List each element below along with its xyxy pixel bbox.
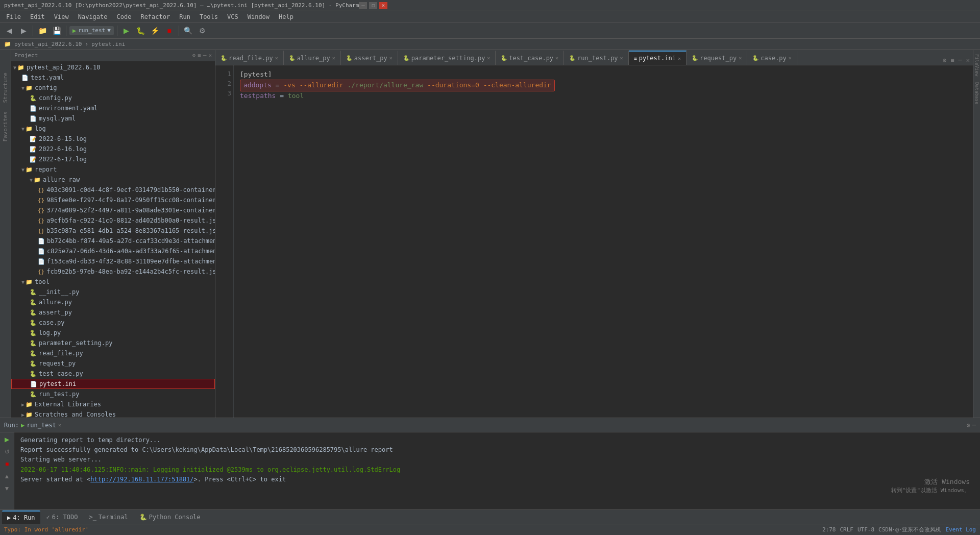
database-label[interactable]: Database — [973, 80, 981, 106]
menu-item-tools[interactable]: Tools — [195, 12, 222, 21]
code-line-2[interactable]: addopts = -vs --alluredir ./report/allur… — [240, 80, 967, 91]
tab-close-0[interactable]: ✕ — [275, 55, 278, 61]
debug-button[interactable]: 🐛 — [135, 25, 147, 37]
tree-item-29[interactable]: 🐍request_py — [11, 358, 215, 369]
tab-close-2[interactable]: ✕ — [389, 55, 393, 61]
tree-item-10[interactable]: ▼📁report — [11, 164, 215, 175]
menu-item-code[interactable]: Code — [113, 12, 136, 21]
editor-tab-6[interactable]: ≡pytest.ini✕ — [629, 51, 687, 65]
tab-action-more[interactable]: ≡ — [949, 56, 955, 65]
tree-item-18[interactable]: 📄c825e7a7-06d6-43d6-a40a-ad3f33a26f65-at… — [11, 246, 215, 256]
tree-item-13[interactable]: {}985fee0e-f297-4cf9-8a17-0950ff15cc08-c… — [11, 195, 215, 205]
menu-item-help[interactable]: Help — [275, 12, 298, 21]
search-button[interactable]: 🔍 — [182, 25, 194, 37]
code-area[interactable]: [pytest] addopts = -vs --alluredir ./rep… — [234, 65, 973, 418]
tree-item-12[interactable]: {}403c3091-c0d4-4c8f-9ecf-031479d1b550-c… — [11, 185, 215, 195]
tree-item-25[interactable]: 🐍case.py — [11, 318, 215, 328]
editor-tab-7[interactable]: 🐍request_py✕ — [687, 51, 747, 65]
tree-item-5[interactable]: 📄mysql.yaml — [11, 113, 215, 124]
tree-item-19[interactable]: 📄f153ca9d-db33-4f32-8c88-31109ee7dfbe-at… — [11, 256, 215, 266]
project-panel-action-2[interactable]: ≡ — [198, 52, 201, 59]
save-button[interactable]: 💾 — [51, 25, 63, 37]
tab-action-settings[interactable]: ⚙ — [942, 56, 947, 65]
run-config[interactable]: ▶ run_test ▼ — [69, 26, 114, 35]
current-file-name[interactable]: pytest.ini — [91, 41, 125, 47]
scroll-up-btn[interactable]: ▲ — [2, 471, 12, 481]
editor-tab-8[interactable]: 🐍case.py✕ — [747, 51, 797, 65]
editor-tab-1[interactable]: 🐍allure_py✕ — [284, 51, 341, 65]
line-ending[interactable]: CRLF — [840, 526, 853, 533]
minimize-button[interactable]: ─ — [359, 2, 367, 9]
editor-tab-0[interactable]: 🐍read_file.py✕ — [215, 51, 284, 65]
settings-button[interactable]: ⚙ — [197, 25, 209, 37]
open-button[interactable]: 📁 — [36, 25, 48, 37]
scroll-down-btn[interactable]: ▼ — [2, 483, 12, 494]
tab-terminal[interactable]: >_ Terminal — [84, 510, 133, 524]
stop-btn[interactable]: ■ — [2, 459, 12, 469]
project-panel-action-3[interactable]: ─ — [203, 52, 207, 59]
run-panel-close[interactable]: ─ — [972, 422, 976, 429]
tree-item-0[interactable]: ▼📁pytest_api_2022.6.10 — [11, 62, 215, 72]
tab-run[interactable]: ▶ 4: Run — [2, 510, 40, 524]
close-button[interactable]: ✕ — [379, 2, 387, 9]
tree-item-4[interactable]: 📄environment.yaml — [11, 103, 215, 113]
editor-tab-5[interactable]: 🐍run_test.py✕ — [564, 51, 629, 65]
stop-button[interactable]: ■ — [163, 25, 176, 37]
menu-item-view[interactable]: View — [50, 12, 73, 21]
tree-item-27[interactable]: 🐍parameter_setting.py — [11, 338, 215, 348]
event-log[interactable]: Event Log — [945, 526, 976, 533]
tree-item-1[interactable]: 📄test.yaml — [11, 72, 215, 83]
tab-close-1[interactable]: ✕ — [332, 55, 335, 61]
tree-item-11[interactable]: ▼📁allure_raw — [11, 175, 215, 185]
tab-close-8[interactable]: ✕ — [789, 55, 792, 61]
editor-tab-2[interactable]: 🐍assert_py✕ — [341, 51, 398, 65]
code-line-2-content[interactable]: addopts = -vs --alluredir ./report/allur… — [240, 80, 555, 91]
tab-close-6[interactable]: ✕ — [678, 56, 681, 61]
forward-button[interactable]: ▶ — [17, 25, 30, 37]
tree-item-34[interactable]: ▶📁Scratches and Consoles — [11, 409, 215, 418]
menu-item-run[interactable]: Run — [175, 12, 194, 21]
tab-close-3[interactable]: ✕ — [487, 55, 490, 61]
menu-item-edit[interactable]: Edit — [26, 12, 49, 21]
run-tab-config-label[interactable]: run_test — [27, 422, 56, 429]
tab-python-console[interactable]: 🐍 Python Console — [134, 510, 206, 524]
server-link[interactable]: http://192.168.11.177:51881/ — [90, 476, 193, 483]
tree-item-6[interactable]: ▼📁log — [11, 124, 215, 134]
run-button[interactable]: ▶ — [120, 25, 133, 37]
run-panel-settings[interactable]: ⚙ — [967, 422, 970, 429]
tree-item-17[interactable]: 📄bb72c4bb-f874-49a5-a27d-ccaf33cd9e3d-at… — [11, 236, 215, 246]
tree-item-7[interactable]: 📝2022-6-15.log — [11, 134, 215, 144]
project-panel-action-4[interactable]: ✕ — [208, 52, 212, 59]
fileview-label[interactable]: FileView — [973, 52, 981, 78]
tree-item-16[interactable]: {}b35c987a-e581-4db1-a524-8e83367a1165-r… — [11, 226, 215, 236]
tree-item-23[interactable]: 🐍allure.py — [11, 297, 215, 307]
tree-item-32[interactable]: 🐍run_test.py — [11, 389, 215, 399]
tree-item-3[interactable]: 🐍config.py — [11, 93, 215, 103]
tab-action-collapse[interactable]: ─ — [958, 56, 963, 65]
run-with-coverage-button[interactable]: ⚡ — [149, 25, 161, 37]
tab-close-7[interactable]: ✕ — [739, 55, 742, 61]
tree-item-22[interactable]: 🐍__init__.py — [11, 287, 215, 297]
tab-close-5[interactable]: ✕ — [620, 55, 623, 61]
maximize-button[interactable]: □ — [369, 2, 377, 9]
cursor-position[interactable]: 2:78 — [822, 526, 836, 533]
tab-action-close[interactable]: ✕ — [965, 56, 971, 65]
menu-item-refactor[interactable]: Refactor — [136, 12, 174, 21]
tree-item-33[interactable]: ▶📁External Libraries — [11, 399, 215, 409]
tree-item-9[interactable]: 📝2022-6-17.log — [11, 154, 215, 164]
menu-item-window[interactable]: Window — [243, 12, 274, 21]
run-tab-close[interactable]: ✕ — [58, 422, 61, 428]
structure-label[interactable]: Structure — [1, 70, 10, 105]
tree-item-15[interactable]: {}a9cfb5fa-c922-41c0-8812-ad402d5b00a0-r… — [11, 215, 215, 226]
tree-item-8[interactable]: 📝2022-6-16.log — [11, 144, 215, 154]
rerun-btn[interactable]: ↺ — [2, 447, 12, 457]
menu-item-navigate[interactable]: Navigate — [74, 12, 112, 21]
tree-item-24[interactable]: 🐍assert_py — [11, 307, 215, 318]
project-name[interactable]: pytest_api_2022.6.10 — [14, 41, 82, 47]
tree-item-28[interactable]: 🐍read_file.py — [11, 348, 215, 358]
encoding[interactable]: UTF-8 — [857, 526, 874, 533]
tree-item-30[interactable]: 🐍test_case.py — [11, 369, 215, 379]
tree-item-31[interactable]: 📄pytest.ini — [11, 379, 215, 389]
tree-item-26[interactable]: 🐍log.py — [11, 328, 215, 338]
tab-close-4[interactable]: ✕ — [555, 55, 558, 61]
